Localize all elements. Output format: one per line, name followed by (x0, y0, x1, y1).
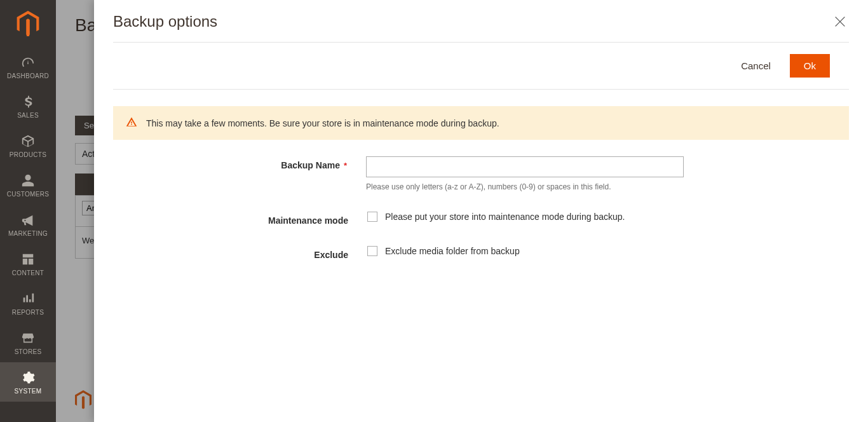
nav-marketing[interactable]: MARKETING (0, 205, 56, 244)
maintenance-label: Maintenance mode (113, 212, 367, 226)
nav-label: PRODUCTS (10, 151, 47, 158)
cancel-button[interactable]: Cancel (741, 60, 771, 71)
warning-text: This may take a few moments. Be sure you… (146, 118, 499, 128)
warning-icon (126, 116, 137, 130)
nav-label: REPORTS (12, 309, 44, 316)
exclude-checkbox-label[interactable]: Exclude media folder from backup (385, 246, 520, 256)
nav-customers[interactable]: CUSTOMERS (0, 165, 56, 205)
nav-system[interactable]: SYSTEM (0, 362, 56, 402)
modal-header: Backup options (94, 0, 868, 42)
dollar-icon (21, 94, 35, 109)
nav-reports[interactable]: REPORTS (0, 283, 56, 323)
close-button[interactable] (831, 13, 849, 31)
warning-notice: This may take a few moments. Be sure you… (113, 106, 849, 140)
nav-label: DASHBOARD (7, 72, 49, 79)
exclude-row: Exclude Exclude media folder from backup (113, 246, 849, 260)
maintenance-row: Maintenance mode Please put your store i… (113, 212, 849, 226)
nav-label: SALES (17, 112, 39, 119)
backup-name-hint: Please use only letters (a-z or A-Z), nu… (366, 182, 684, 191)
nav-label: SYSTEM (15, 388, 42, 395)
nav-content[interactable]: CONTENT (0, 244, 56, 283)
magento-logo[interactable] (0, 0, 56, 47)
gauge-icon (21, 55, 35, 70)
box-icon (21, 133, 35, 149)
ok-button[interactable]: Ok (790, 54, 830, 78)
nav-label: STORES (15, 348, 42, 355)
nav-dashboard[interactable]: DASHBOARD (0, 47, 56, 86)
exclude-label: Exclude (113, 246, 367, 260)
nav-label: MARKETING (8, 230, 48, 237)
backup-name-label: Backup Name* (113, 156, 366, 191)
store-icon (21, 330, 35, 346)
maintenance-checkbox[interactable] (367, 212, 377, 222)
maintenance-checkbox-label[interactable]: Please put your store into maintenance m… (385, 212, 625, 222)
backup-name-row: Backup Name* Please use only letters (a-… (113, 156, 849, 191)
bars-icon (21, 291, 35, 306)
admin-sidebar: DASHBOARD SALES PRODUCTS CUSTOMERS MARKE… (0, 0, 56, 422)
layout-icon (21, 252, 35, 267)
gear-icon (21, 370, 35, 385)
backup-options-modal: Backup options Cancel Ok This may take a… (94, 0, 868, 422)
close-icon (833, 15, 847, 29)
nav-sales[interactable]: SALES (0, 86, 56, 126)
nav-products[interactable]: PRODUCTS (0, 126, 56, 165)
nav-label: CONTENT (12, 269, 44, 276)
modal-action-bar: Cancel Ok (113, 42, 849, 90)
nav-stores[interactable]: STORES (0, 323, 56, 362)
person-icon (21, 173, 35, 188)
exclude-checkbox[interactable] (367, 246, 377, 256)
modal-title: Backup options (113, 13, 217, 31)
nav-label: CUSTOMERS (7, 191, 49, 198)
backup-name-input[interactable] (366, 156, 684, 177)
megaphone-icon (21, 212, 35, 228)
